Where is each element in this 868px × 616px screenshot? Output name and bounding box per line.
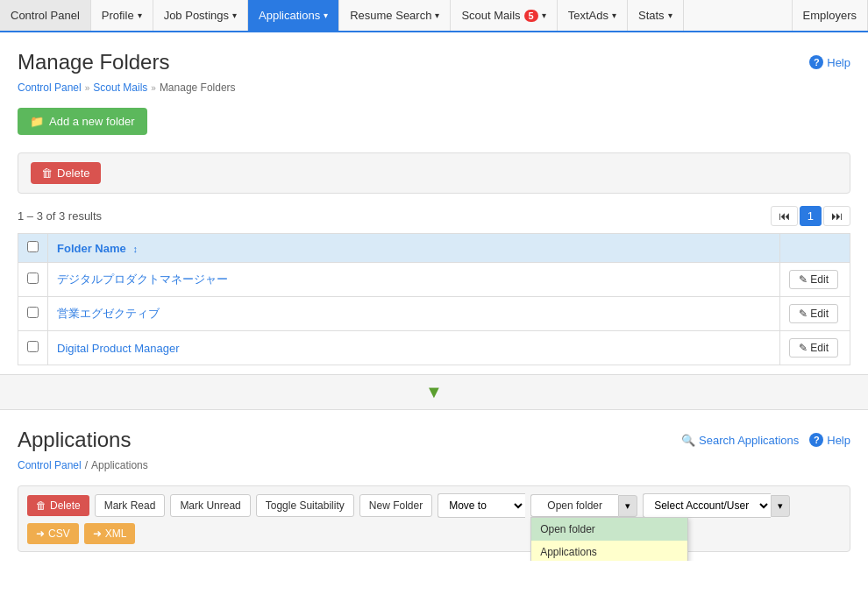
applications-help-link[interactable]: ? Help <box>809 433 850 447</box>
add-folder-button[interactable]: 📁 Add a new folder <box>18 108 147 135</box>
mark-read-button[interactable]: Mark Read <box>95 494 166 517</box>
move-to-select[interactable]: Move to <box>438 493 525 518</box>
row-edit-button[interactable]: ✎ Edit <box>789 338 838 358</box>
manage-folders-breadcrumb: Control Panel » Scout Mails » Manage Fol… <box>18 81 850 94</box>
last-page-button[interactable]: ⏭ <box>823 206 850 226</box>
open-folder-dropdown: Open folder Applications <box>530 517 688 561</box>
row-folder-name-link[interactable]: Digital Product Manager <box>57 342 179 355</box>
row-checkbox[interactable] <box>27 307 39 318</box>
nav-label-profile: Profile <box>102 9 134 22</box>
applications-dropdown-arrow: ▾ <box>324 11 328 20</box>
nav-stats[interactable]: Stats ▾ <box>628 0 684 31</box>
apps-breadcrumb: Control Panel / Applications <box>18 459 850 471</box>
breadcrumb-scout-mails[interactable]: Scout Mails <box>93 81 147 94</box>
row-folder-name-cell: デジタルプロダクトマネージャー <box>48 263 780 297</box>
pagination: ⏮ 1 ⏭ <box>771 206 850 226</box>
search-applications-label: Search Applications <box>699 434 799 447</box>
table-row: デジタルプロダクトマネージャー ✎ Edit <box>18 263 850 297</box>
dropdown-open-folder[interactable]: Open folder <box>531 518 687 541</box>
table-row: Digital Product Manager ✎ Edit <box>18 331 850 365</box>
nav-scout-mails[interactable]: Scout Mails 5 ▾ <box>451 0 557 31</box>
arrow-icon-csv: ➜ <box>36 527 45 540</box>
xml-label: XML <box>105 527 127 540</box>
folder-icon: 📁 <box>30 115 44 128</box>
nav-job-postings[interactable]: Job Postings ▾ <box>153 0 248 31</box>
nav-label-scout-mails: Scout Mails <box>461 9 520 22</box>
nav-label-employers: Employers <box>803 9 857 22</box>
arrow-icon-xml: ➜ <box>93 527 102 540</box>
apps-breadcrumb-sep: / <box>85 459 88 471</box>
row-checkbox-cell <box>18 331 48 365</box>
folder-table: Folder Name ↕ デジタルプロダクトマネージャー ✎ Edit 営業エ… <box>18 233 850 365</box>
breadcrumb-control-panel[interactable]: Control Panel <box>18 81 82 94</box>
select-account-group: Select Account/User ▾ <box>643 493 790 518</box>
manage-folders-title-row: Manage Folders ? Help <box>18 50 850 74</box>
stats-dropdown-arrow: ▾ <box>668 11 672 20</box>
applications-section: Applications 🔍 Search Applications ? Hel… <box>0 410 868 561</box>
job-postings-dropdown-arrow: ▾ <box>232 11 237 20</box>
select-all-checkbox[interactable] <box>27 241 39 252</box>
row-edit-cell: ✎ Edit <box>780 331 850 365</box>
results-text: 1 – 3 of 3 results <box>18 209 102 223</box>
manage-folders-help-label: Help <box>827 56 850 69</box>
toggle-suitability-button[interactable]: Toggle Suitability <box>256 494 354 517</box>
open-folder-button[interactable]: Open folder <box>530 494 618 517</box>
new-folder-button[interactable]: New Folder <box>359 494 432 517</box>
help-icon: ? <box>809 55 823 69</box>
actions-header <box>780 234 850 263</box>
row-checkbox-cell <box>18 263 48 297</box>
page-1-button[interactable]: 1 <box>800 206 822 226</box>
trash-icon: 🗑 <box>41 166 53 180</box>
row-checkbox[interactable] <box>27 273 39 284</box>
add-folder-label: Add a new folder <box>49 115 135 128</box>
row-edit-button[interactable]: ✎ Edit <box>789 270 838 289</box>
breadcrumb-sep-2: » <box>151 83 156 93</box>
nav-resume-search[interactable]: Resume Search ▾ <box>339 0 451 31</box>
mark-unread-button[interactable]: Mark Unread <box>170 494 250 517</box>
apps-breadcrumb-current: Applications <box>91 459 148 471</box>
csv-button[interactable]: ➜ CSV <box>27 523 79 544</box>
apps-delete-button[interactable]: 🗑 Delete <box>27 495 89 516</box>
textads-dropdown-arrow: ▾ <box>612 11 616 20</box>
manage-folders-delete-button[interactable]: 🗑 Delete <box>31 162 101 184</box>
row-folder-name-link[interactable]: デジタルプロダクトマネージャー <box>57 273 228 286</box>
nav-label-resume-search: Resume Search <box>350 9 431 22</box>
search-applications-link[interactable]: 🔍 Search Applications <box>681 434 799 447</box>
row-checkbox[interactable] <box>27 341 39 352</box>
nav-applications[interactable]: Applications ▾ <box>248 0 339 31</box>
nav-textads[interactable]: TextAds ▾ <box>558 0 628 31</box>
select-all-header <box>18 234 48 263</box>
dropdown-applications[interactable]: Applications <box>531 541 687 561</box>
search-icon: 🔍 <box>681 434 695 447</box>
scout-mails-badge: 5 <box>524 10 538 22</box>
nav-bar: Control Panel Profile ▾ Job Postings ▾ A… <box>0 0 868 32</box>
row-checkbox-cell <box>18 297 48 331</box>
nav-profile[interactable]: Profile ▾ <box>91 0 153 31</box>
row-folder-name-cell: 営業エグゼクティブ <box>48 297 780 331</box>
first-page-button[interactable]: ⏮ <box>771 206 798 226</box>
folder-name-header-label: Folder Name <box>57 242 126 255</box>
nav-control-panel[interactable]: Control Panel <box>0 0 91 31</box>
manage-folders-title: Manage Folders <box>18 50 169 74</box>
nav-employers[interactable]: Employers <box>792 0 868 31</box>
divider-arrow: ▼ <box>425 382 443 401</box>
select-account-select[interactable]: Select Account/User <box>643 493 771 518</box>
manage-folders-help-link[interactable]: ? Help <box>809 55 850 69</box>
select-account-dropdown-toggle[interactable]: ▾ <box>771 495 790 517</box>
row-edit-cell: ✎ Edit <box>780 263 850 297</box>
xml-button[interactable]: ➜ XML <box>84 523 136 544</box>
manage-folders-toolbar: 🗑 Delete <box>18 152 850 194</box>
breadcrumb-current: Manage Folders <box>160 81 236 94</box>
csv-label: CSV <box>48 527 70 540</box>
apps-toolbar: 🗑 Delete Mark Read Mark Unread Toggle Su… <box>18 485 850 552</box>
folder-name-header[interactable]: Folder Name ↕ <box>48 234 780 263</box>
row-edit-button[interactable]: ✎ Edit <box>789 304 838 323</box>
open-folder-dropdown-toggle[interactable]: ▾ <box>618 495 637 517</box>
row-folder-name-link[interactable]: 営業エグゼクティブ <box>57 307 160 320</box>
apps-help-icon: ? <box>809 433 823 447</box>
applications-title: Applications <box>18 428 131 452</box>
apps-actions: 🔍 Search Applications ? Help <box>681 433 850 447</box>
apps-breadcrumb-control-panel[interactable]: Control Panel <box>18 459 82 471</box>
apps-delete-label: Delete <box>50 499 81 512</box>
move-to-group: Move to <box>438 493 525 518</box>
